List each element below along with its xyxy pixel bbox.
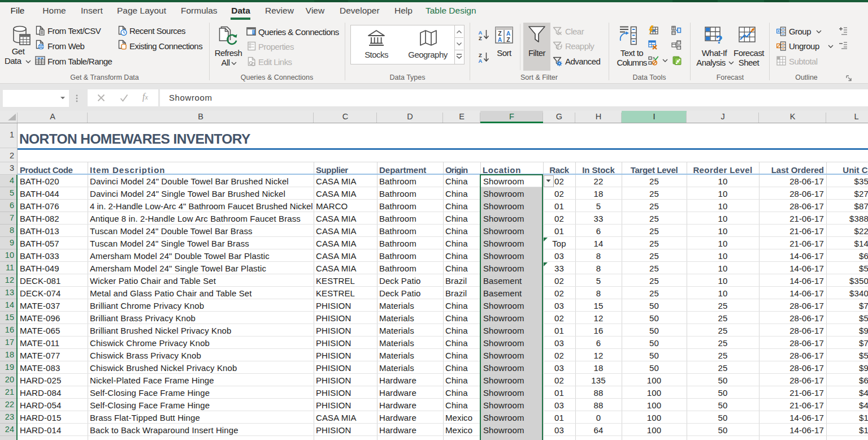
svg-text:?: ?: [716, 33, 723, 46]
svg-text:Z: Z: [506, 36, 510, 43]
svg-text:A: A: [479, 58, 483, 64]
svg-text:Z: Z: [479, 35, 482, 41]
svg-text:A: A: [498, 36, 502, 43]
